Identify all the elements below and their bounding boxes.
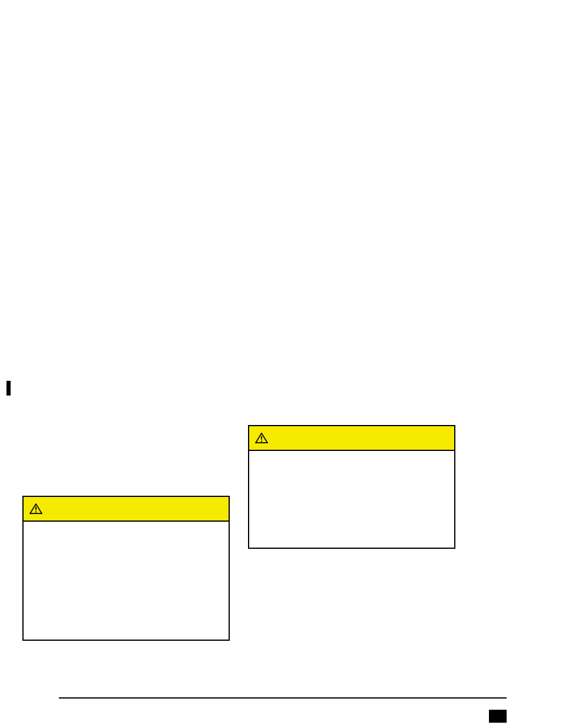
- svg-point-5: [261, 440, 262, 442]
- svg-point-2: [35, 511, 37, 512]
- warning-box: [248, 425, 455, 549]
- warning-header: [24, 497, 229, 522]
- warning-box: [22, 496, 230, 641]
- revision-bar: [6, 381, 11, 396]
- page: [0, 0, 562, 728]
- footer-rule: [59, 697, 507, 699]
- warning-triangle-icon: [29, 503, 42, 514]
- warning-triangle-icon: [255, 433, 268, 443]
- warning-header: [249, 426, 454, 451]
- warning-body: [249, 451, 454, 458]
- warning-body: [24, 522, 229, 529]
- page-number-badge: [489, 710, 507, 723]
